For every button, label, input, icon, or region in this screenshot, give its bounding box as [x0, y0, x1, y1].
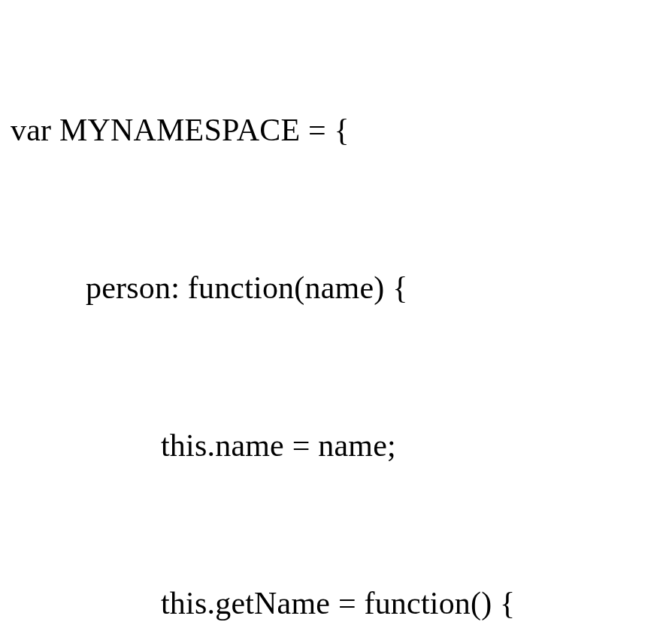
code-line: person: function(name) { [11, 249, 672, 328]
code-line: this.getName = function() { [11, 564, 672, 643]
code-block: var MYNAMESPACE = { person: function(nam… [0, 0, 672, 643]
code-line: var MYNAMESPACE = { [11, 91, 672, 170]
code-line: this.name = name; [11, 406, 672, 485]
